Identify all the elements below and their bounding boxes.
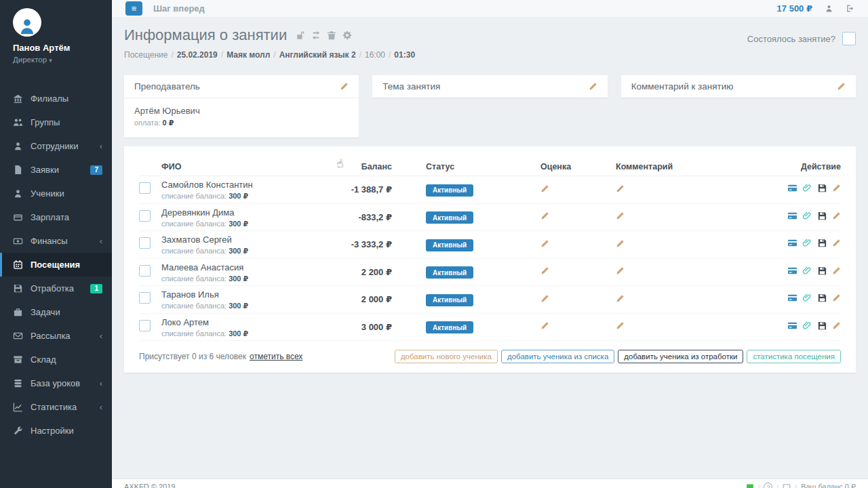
user-role-dropdown[interactable]: Директор ▾: [13, 56, 99, 64]
mark-all-link[interactable]: отметить всех: [250, 352, 302, 361]
sidebar-item-settings[interactable]: Настройки: [0, 419, 112, 443]
add-new-student-button[interactable]: добавить нового ученика: [395, 350, 498, 363]
row-checkbox[interactable]: [139, 237, 151, 249]
sidebar-item-attendance[interactable]: Посещения: [0, 253, 112, 277]
paperclip-icon[interactable]: [802, 183, 812, 193]
edit-grade-icon[interactable]: [540, 321, 549, 330]
breadcrumb-separator: /: [359, 50, 361, 60]
add-student-from-list-button[interactable]: добавить ученика из списка: [501, 350, 614, 363]
sidebar-item-tasks[interactable]: Задачи: [0, 300, 112, 324]
payment-card-icon[interactable]: [787, 211, 797, 221]
sidebar-item-warehouse[interactable]: Склад: [0, 348, 112, 371]
profile-icon[interactable]: [825, 4, 833, 13]
paperclip-icon[interactable]: [802, 238, 812, 248]
save-icon[interactable]: [817, 266, 827, 276]
panel-footer: Присутствует 0 из 6 человек отметить все…: [139, 350, 841, 363]
unlock-icon[interactable]: [296, 30, 305, 40]
row-checkbox[interactable]: [139, 265, 151, 277]
edit-grade-icon[interactable]: [540, 211, 549, 220]
edit-row-icon[interactable]: [832, 211, 841, 220]
student-name: Деревянкин Дима: [161, 207, 234, 218]
sidebar-item-employees[interactable]: Сотрудники‹: [0, 134, 112, 158]
edit-row-icon[interactable]: [832, 239, 841, 247]
payment-card-icon[interactable]: [787, 321, 797, 331]
status-badge[interactable]: Активный: [426, 211, 473, 224]
paperclip-icon[interactable]: [802, 321, 812, 331]
attendance-stats-button[interactable]: статистика посещения: [747, 350, 841, 363]
sidebar-item-mailing[interactable]: Рассылка‹: [0, 324, 112, 348]
chat-icon[interactable]: [746, 483, 754, 488]
sidebar-item-finance[interactable]: Финансы‹: [0, 229, 112, 253]
edit-row-comment-icon[interactable]: [616, 239, 625, 248]
row-checkbox[interactable]: [139, 292, 151, 304]
swap-icon[interactable]: [311, 30, 321, 40]
add-student-from-makeup-button[interactable]: добавить ученика из отработки: [618, 350, 743, 363]
person-icon: [13, 141, 23, 151]
edit-row-icon[interactable]: [832, 321, 841, 330]
row-checkbox[interactable]: [139, 210, 151, 222]
attendance-panel: ФИО Баланс Статус Оценка Комментарий Дей…: [124, 146, 856, 373]
status-badge[interactable]: Активный: [426, 321, 473, 333]
trash-icon[interactable]: [327, 30, 336, 40]
logout-icon[interactable]: [846, 4, 854, 13]
chevron-left-icon: ‹: [100, 379, 102, 388]
archive-icon: [13, 354, 23, 365]
edit-row-icon[interactable]: [832, 184, 841, 192]
lesson-held-control: Состоялось занятие?: [747, 32, 856, 45]
edit-row-comment-icon[interactable]: [616, 211, 625, 220]
edit-comment-icon[interactable]: [837, 82, 846, 91]
edit-row-comment-icon[interactable]: [616, 184, 625, 193]
account-balance[interactable]: 17 500 ₽: [777, 3, 812, 14]
paperclip-icon[interactable]: [802, 266, 812, 276]
sidebar-item-lessons-base[interactable]: База уроков‹: [0, 371, 112, 395]
edit-row-comment-icon[interactable]: [616, 294, 625, 303]
breadcrumb-duration: 01:30: [394, 50, 415, 60]
edit-grade-icon[interactable]: [540, 184, 549, 193]
payment-card-icon[interactable]: [787, 183, 797, 193]
paperclip-icon[interactable]: [802, 293, 812, 303]
edit-row-icon[interactable]: [832, 266, 841, 275]
edit-topic-icon[interactable]: [589, 82, 597, 91]
status-badge[interactable]: Активный: [426, 294, 473, 306]
status-badge[interactable]: Активный: [426, 239, 473, 251]
lesson-held-checkbox[interactable]: [842, 32, 856, 45]
help-icon[interactable]: ?: [764, 483, 772, 488]
student-name: Самойлов Константин: [161, 180, 253, 190]
sidebar-item-students[interactable]: Ученики: [0, 182, 112, 205]
feedback-bubble-icon[interactable]: [783, 483, 791, 488]
hamburger-menu-button[interactable]: ≡: [125, 1, 142, 16]
topbar: ≡ Шаг вперед 17 500 ₽: [112, 0, 868, 17]
sidebar-item-makeup[interactable]: Отработка1: [0, 277, 112, 300]
gear-icon[interactable]: [342, 30, 352, 40]
payment-card-icon[interactable]: [787, 293, 797, 303]
payment-card-icon[interactable]: [787, 238, 797, 248]
col-fio: ФИО: [161, 162, 342, 171]
save-icon[interactable]: [817, 211, 827, 221]
edit-row-comment-icon[interactable]: [616, 266, 625, 275]
paperclip-icon[interactable]: [802, 211, 812, 221]
row-checkbox[interactable]: [139, 182, 151, 194]
save-icon[interactable]: [817, 321, 827, 331]
save-icon[interactable]: [817, 293, 827, 303]
app-window: Панов Артём Директор ▾ Филиалы Группы Со…: [0, 0, 868, 488]
sidebar-item-statistics[interactable]: Статистика‹: [0, 395, 112, 419]
save-icon[interactable]: [817, 238, 827, 248]
student-icon: [13, 188, 23, 199]
sidebar-item-salary[interactable]: Зарплата: [0, 205, 112, 229]
row-checkbox[interactable]: [139, 320, 151, 331]
edit-row-comment-icon[interactable]: [616, 321, 625, 330]
edit-row-icon[interactable]: [832, 293, 841, 302]
edit-grade-icon[interactable]: [540, 239, 549, 248]
edit-grade-icon[interactable]: [540, 266, 549, 275]
sidebar-item-requests[interactable]: Заявки7: [0, 158, 112, 182]
payment-card-icon[interactable]: [787, 266, 797, 276]
status-badge[interactable]: Активный: [426, 266, 473, 279]
sidebar-item-branches[interactable]: Филиалы: [0, 87, 112, 110]
edit-grade-icon[interactable]: [540, 294, 549, 303]
status-badge[interactable]: Активный: [426, 184, 473, 197]
breadcrumb-group: Английский язык 2: [279, 50, 356, 60]
edit-teacher-icon[interactable]: [340, 82, 349, 91]
sidebar-item-groups[interactable]: Группы: [0, 110, 112, 134]
save-icon[interactable]: [817, 183, 827, 193]
file-icon: [13, 165, 23, 175]
